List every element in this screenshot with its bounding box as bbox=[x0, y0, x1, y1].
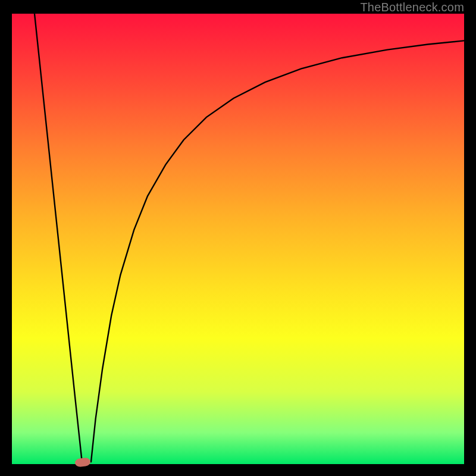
curve-svg bbox=[12, 14, 464, 464]
optimum-marker bbox=[75, 458, 91, 468]
plot-area bbox=[12, 14, 464, 464]
curve-left bbox=[35, 14, 82, 462]
watermark: TheBottleneck.com bbox=[360, 1, 464, 14]
chart-root: { "watermark": "TheBottleneck.com", "cha… bbox=[0, 0, 476, 476]
curve-right bbox=[91, 40, 464, 462]
